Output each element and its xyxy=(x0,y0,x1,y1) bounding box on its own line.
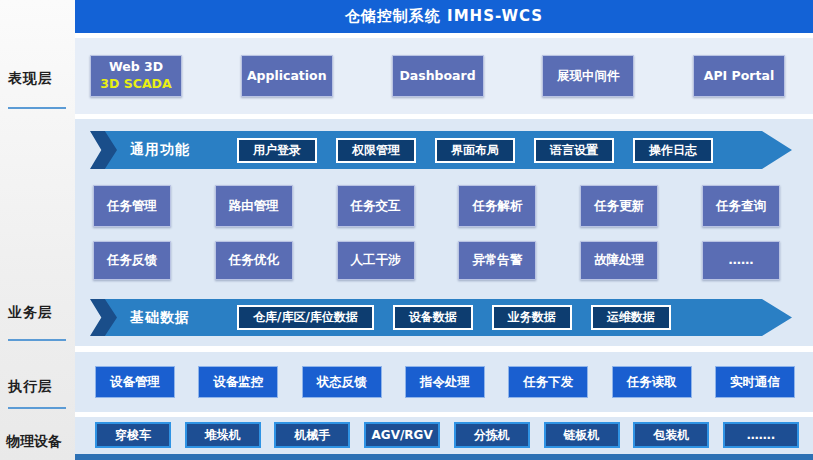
box-label: 路由管理 xyxy=(229,198,279,215)
banner-title: 通用功能 xyxy=(130,141,218,159)
banner-item-operation-log: 操作日志 xyxy=(633,138,713,163)
bottom-strip xyxy=(75,454,813,460)
box-label: …… xyxy=(728,252,753,269)
box-label: 任务反馈 xyxy=(107,252,157,269)
task-box: 任务反馈 xyxy=(93,241,171,280)
device-box-agv-rgv: AGV/RGV xyxy=(364,422,440,448)
device-box-robot-arm: 机械手 xyxy=(274,422,350,448)
presentation-box-dashboard: Dashboard xyxy=(392,55,484,97)
execution-box: 实时通信 xyxy=(715,366,795,398)
task-box: 人工干涉 xyxy=(337,241,415,280)
box-label: 指令处理 xyxy=(420,374,470,391)
device-box-stacker: 堆垛机 xyxy=(185,422,261,448)
banner-arrow-bar: 通用功能 用户登录 权限管理 界面布局 语言设置 操作日志 xyxy=(100,131,792,169)
box-label: 人工干涉 xyxy=(351,252,401,269)
layer-label-presentation: 表现层 xyxy=(8,70,53,88)
box-label: API Portal xyxy=(704,68,774,85)
layer-underline xyxy=(8,107,66,109)
execution-box: 任务下发 xyxy=(508,366,588,398)
presentation-box-middleware: 展现中间件 xyxy=(542,55,634,97)
banner-item-user-login: 用户登录 xyxy=(237,138,317,163)
execution-box: 设备监控 xyxy=(198,366,278,398)
layer-label-physical: 物理设备 xyxy=(6,433,62,451)
banner-item-permissions: 权限管理 xyxy=(336,138,416,163)
box-label: 状态反馈 xyxy=(317,374,367,391)
device-box-sorter: 分拣机 xyxy=(454,422,530,448)
box-label: 异常告警 xyxy=(472,252,522,269)
task-row-2: 任务反馈 任务优化 人工干涉 异常告警 故障处理 …… xyxy=(75,241,813,280)
box-label: 穿梭车 xyxy=(115,427,151,444)
box-label: 机械手 xyxy=(294,427,330,444)
box-label: 堆垛机 xyxy=(205,427,241,444)
task-box-ellipsis: …… xyxy=(702,241,780,280)
diagram-main: 仓储控制系统 IMHS-WCS Web 3D 3D SCADA Applicat… xyxy=(75,0,813,460)
box-label: 故障处理 xyxy=(594,252,644,269)
device-box-shuttle: 穿梭车 xyxy=(95,422,171,448)
box-label: 任务更新 xyxy=(594,198,644,215)
task-box: 故障处理 xyxy=(580,241,658,280)
execution-box: 任务读取 xyxy=(612,366,692,398)
box-label: 链板机 xyxy=(564,427,600,444)
device-box-ellipsis: ……. xyxy=(723,422,799,448)
task-box: 任务查询 xyxy=(702,185,780,227)
layer-label-execution: 执行层 xyxy=(8,378,53,396)
banner-title: 基础数据 xyxy=(130,309,218,327)
box-label: 设备管理 xyxy=(110,374,160,391)
banner-item-ui-layout: 界面布局 xyxy=(435,138,515,163)
execution-box: 设备管理 xyxy=(95,366,175,398)
common-functions-banner: 通用功能 用户登录 权限管理 界面布局 语言设置 操作日志 xyxy=(90,131,792,169)
task-box: 任务更新 xyxy=(580,185,658,227)
box-label: 任务下发 xyxy=(523,374,573,391)
device-box-packer: 包装机 xyxy=(633,422,709,448)
task-box: 任务交互 xyxy=(337,185,415,227)
box-label: 任务管理 xyxy=(107,198,157,215)
task-box: 路由管理 xyxy=(215,185,293,227)
banner-item-device-data: 设备数据 xyxy=(393,305,473,330)
presentation-box-web3d: Web 3D 3D SCADA xyxy=(90,55,182,97)
box-label: 任务优化 xyxy=(229,252,279,269)
system-title: 仓储控制系统 IMHS-WCS xyxy=(345,7,543,26)
task-box: 任务解析 xyxy=(458,185,536,227)
execution-layer-section: 设备管理 设备监控 状态反馈 指令处理 任务下发 任务读取 实时通信 xyxy=(75,352,813,412)
task-box: 任务优化 xyxy=(215,241,293,280)
box-label: Web 3D xyxy=(109,59,163,76)
layer-label-business: 业务层 xyxy=(8,304,53,322)
layer-sidebar: 表现层 业务层 执行层 物理设备 xyxy=(0,0,75,460)
banner-arrow-bar: 基础数据 仓库/库区/库位数据 设备数据 业务数据 运维数据 xyxy=(100,299,792,336)
presentation-box-api-portal: API Portal xyxy=(693,55,785,97)
banner-item-warehouse-data: 仓库/库区/库位数据 xyxy=(237,305,374,330)
box-label: Application xyxy=(247,68,327,85)
banner-item-ops-data: 运维数据 xyxy=(591,305,671,330)
presentation-box-application: Application xyxy=(241,55,333,97)
presentation-layer-section: Web 3D 3D SCADA Application Dashboard 展现… xyxy=(75,38,813,114)
box-label: 设备监控 xyxy=(213,374,263,391)
business-layer-section: 通用功能 用户登录 权限管理 界面布局 语言设置 操作日志 任务管理 路由管理 … xyxy=(75,119,813,346)
execution-box: 指令处理 xyxy=(405,366,485,398)
box-label: 任务读取 xyxy=(627,374,677,391)
box-label-highlight: 3D SCADA xyxy=(100,76,171,93)
device-box-chain-conveyor: 链板机 xyxy=(544,422,620,448)
box-label: ……. xyxy=(747,428,776,442)
layer-underline xyxy=(8,339,66,341)
system-title-bar: 仓储控制系统 IMHS-WCS xyxy=(75,0,813,33)
task-box: 异常告警 xyxy=(458,241,536,280)
box-label: 任务查询 xyxy=(716,198,766,215)
banner-item-business-data: 业务数据 xyxy=(492,305,572,330)
physical-devices-section: 穿梭车 堆垛机 机械手 AGV/RGV 分拣机 链板机 包装机 ……. xyxy=(75,417,813,460)
task-box: 任务管理 xyxy=(93,185,171,227)
box-label: 实时通信 xyxy=(730,374,780,391)
box-label: 包装机 xyxy=(653,427,689,444)
box-label: AGV/RGV xyxy=(372,428,433,442)
box-label: 任务交互 xyxy=(351,198,401,215)
box-label: 分拣机 xyxy=(474,427,510,444)
task-row-1: 任务管理 路由管理 任务交互 任务解析 任务更新 任务查询 xyxy=(75,185,813,227)
layer-underline xyxy=(8,407,66,409)
execution-box: 状态反馈 xyxy=(302,366,382,398)
box-label: 任务解析 xyxy=(472,198,522,215)
box-label: Dashboard xyxy=(399,68,475,85)
box-label: 展现中间件 xyxy=(557,68,620,85)
banner-item-language: 语言设置 xyxy=(534,138,614,163)
base-data-banner: 基础数据 仓库/库区/库位数据 设备数据 业务数据 运维数据 xyxy=(90,299,792,336)
